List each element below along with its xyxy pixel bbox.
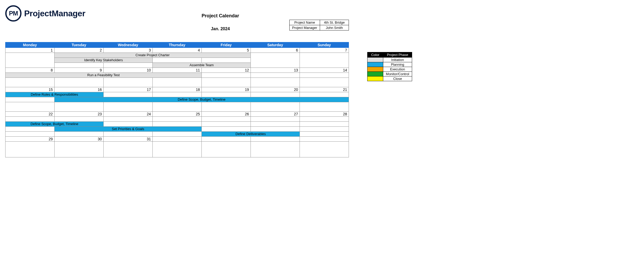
header: PM ProjectManager Project Calendar Jan. … [5, 5, 414, 37]
day-header: Friday [202, 42, 251, 48]
day-cell: 27 [251, 112, 300, 117]
calendar-header-row: Monday Tuesday Wednesday Thursday Friday… [6, 42, 349, 48]
empty-cell [104, 132, 153, 137]
empty-cell [6, 97, 55, 102]
day-cell: 30 [55, 137, 104, 142]
day-cell: 26 [202, 112, 251, 117]
day-cell: 7 [300, 48, 349, 53]
task-row: Create Project Charter [6, 53, 349, 58]
empty-cell [300, 53, 349, 68]
spacer-row [6, 142, 349, 157]
day-header: Tuesday [55, 42, 104, 48]
day-cell: 31 [104, 137, 153, 142]
task-row: Define Delliverables [6, 132, 349, 137]
day-cell: 23 [55, 112, 104, 117]
empty-cell [300, 127, 349, 132]
empty-cell [251, 117, 300, 122]
day-cell [153, 137, 202, 142]
day-header: Monday [6, 42, 55, 48]
legend-label: Monitor/Control [383, 72, 412, 76]
day-cell: 29 [6, 137, 55, 142]
spacer-row [6, 78, 349, 87]
day-cell: 3 [104, 48, 153, 53]
legend-swatch-monitor [368, 72, 383, 76]
day-cell: 12 [202, 68, 251, 73]
empty-cell [251, 122, 300, 127]
logo-mark: PM [5, 5, 22, 22]
empty-cell [300, 73, 349, 78]
empty-cell [153, 92, 202, 97]
task-bar-planning: Define Delliverables [202, 132, 300, 137]
empty-cell [202, 122, 251, 127]
page-subtitle: Jan. 2024 [26, 27, 414, 31]
legend-label: Execution [383, 67, 412, 72]
logo: PM ProjectManager [5, 5, 85, 22]
week-row: 22 23 24 25 26 27 28 [6, 112, 349, 117]
day-cell: 16 [55, 87, 104, 92]
task-bar-initiation: Identify Key Stakeholders [55, 58, 153, 63]
empty-cell [153, 132, 202, 137]
task-row [6, 117, 349, 122]
day-cell [251, 137, 300, 142]
legend-label: Initiation [383, 58, 412, 62]
empty-cell [55, 132, 104, 137]
empty-cell [6, 53, 55, 68]
task-bar-initiation: Assemble Team [153, 63, 251, 68]
legend-swatch-planning [368, 62, 383, 67]
empty-cell [6, 117, 55, 122]
day-cell [300, 137, 349, 142]
day-header: Saturday [251, 42, 300, 48]
legend-swatch-close [368, 76, 383, 81]
task-row: Run a Feasibility Test [6, 73, 349, 78]
day-cell: 10 [104, 68, 153, 73]
empty-cell [202, 117, 251, 122]
day-header: Sunday [300, 42, 349, 48]
week-row: 8 9 10 11 12 13 14 [6, 68, 349, 73]
legend-swatch-initiation [368, 58, 383, 62]
day-cell: 25 [153, 112, 202, 117]
project-name-value: 4th St. Bridge [320, 20, 349, 25]
day-cell: 2 [55, 48, 104, 53]
day-header: Wednesday [104, 42, 153, 48]
empty-cell [6, 132, 55, 137]
empty-cell [6, 127, 55, 132]
task-bar-planning: Set Priorities & Goals [55, 127, 202, 132]
week-row: 1 2 3 4 5 6 7 [6, 48, 349, 53]
legend-swatch-execution [368, 67, 383, 72]
task-bar-planning: Define Scope, Budget, Timeline [55, 97, 349, 102]
task-row: Define Scope, Budget, Timeline [6, 122, 349, 127]
empty-cell [202, 127, 251, 132]
empty-cell [104, 92, 153, 97]
calendar-grid: Monday Tuesday Wednesday Thursday Friday… [5, 42, 349, 157]
day-cell: 14 [300, 68, 349, 73]
task-bar-planning: Define Scope, Budget, Timeline [6, 122, 104, 127]
empty-cell [300, 122, 349, 127]
day-cell: 9 [55, 68, 104, 73]
day-cell: 15 [6, 87, 55, 92]
empty-cell [202, 58, 251, 63]
empty-cell [251, 73, 300, 78]
empty-cell [104, 122, 153, 127]
empty-cell [202, 73, 251, 78]
day-cell: 4 [153, 48, 202, 53]
day-cell: 13 [251, 68, 300, 73]
task-row: Define Scope, Budget, Timeline [6, 97, 349, 102]
task-row: Define Roles & Responsibilities [6, 92, 349, 97]
empty-cell [300, 132, 349, 137]
legend-label: Close [383, 76, 412, 81]
project-manager-label: Project Manager [289, 25, 320, 30]
task-bar-initiation: Create Project Charter [55, 53, 251, 58]
day-cell: 24 [104, 112, 153, 117]
empty-cell [104, 63, 153, 68]
empty-cell [251, 92, 300, 97]
empty-cell [251, 127, 300, 132]
empty-cell [55, 63, 104, 68]
day-cell: 20 [251, 87, 300, 92]
day-cell: 19 [202, 87, 251, 92]
spacer-row [6, 102, 349, 112]
empty-cell [300, 92, 349, 97]
week-row: 15 16 17 18 19 20 21 [6, 87, 349, 92]
empty-cell [153, 122, 202, 127]
day-cell [202, 137, 251, 142]
empty-cell [251, 53, 300, 68]
